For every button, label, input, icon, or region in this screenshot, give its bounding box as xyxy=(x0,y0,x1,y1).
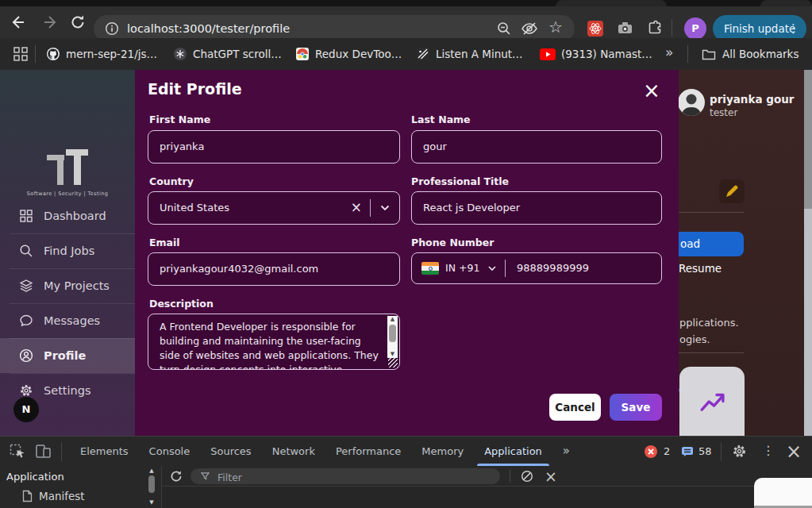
devtools-tabbar: Elements Console Sources Network Perform… xyxy=(0,436,812,466)
react-devtools-extension-icon[interactable] xyxy=(587,21,603,37)
toolbar-divider xyxy=(672,19,672,37)
chat-widget-avatar[interactable]: N xyxy=(13,397,39,422)
error-count: 2 xyxy=(664,445,670,457)
bookmark-item[interactable]: Redux DevToo… xyxy=(295,46,402,62)
browser-tab[interactable] xyxy=(556,0,667,6)
error-count-icon[interactable] xyxy=(645,445,657,458)
upload-resume-label: oad Resume xyxy=(679,237,722,275)
apps-grid-icon[interactable] xyxy=(13,46,29,62)
eye-hidden-icon[interactable] xyxy=(521,21,538,37)
save-button[interactable]: Save xyxy=(610,394,662,421)
devtools-divider xyxy=(61,442,62,461)
browser-tab[interactable] xyxy=(760,0,812,6)
devtools-left-panel: Application Manifest xyxy=(0,466,161,508)
site-info-icon[interactable] xyxy=(105,21,119,36)
device-toolbar-icon[interactable] xyxy=(35,444,52,459)
search-icon xyxy=(19,244,33,258)
resize-handle[interactable] xyxy=(388,358,398,368)
last-name-value: gour xyxy=(423,131,447,163)
tab-elements[interactable]: Elements xyxy=(70,437,139,466)
refresh-icon[interactable] xyxy=(68,13,87,32)
description-value: A Frontend Developer is responsible for … xyxy=(160,320,379,370)
select-divider xyxy=(370,199,371,217)
filter-field[interactable] xyxy=(190,468,500,484)
inspect-element-icon[interactable] xyxy=(10,444,25,459)
bookmark-star-icon[interactable]: ☆ xyxy=(548,17,563,37)
country-select[interactable]: United States × xyxy=(148,191,400,225)
sidebar-item-label: Dashboard xyxy=(44,210,106,222)
textarea-scrollbar[interactable]: ▲ ▼ xyxy=(387,316,398,358)
sidebar-item-messages[interactable]: Messages xyxy=(0,303,135,338)
scroll-down-icon[interactable]: ▼ xyxy=(387,351,398,358)
phone-country-code[interactable]: IN +91 xyxy=(445,253,479,283)
devtools-settings-gear-icon[interactable] xyxy=(732,444,747,459)
chatgpt-icon xyxy=(173,47,187,61)
page-scrollbar-thumb[interactable] xyxy=(804,70,812,209)
forward-icon[interactable] xyxy=(41,13,60,32)
bookmarks-bar: mern-sep-21/js… ChatGPT scroll… Redux De… xyxy=(0,38,812,70)
section-divider xyxy=(671,212,744,213)
professional-title-label: Professional Title xyxy=(411,175,509,187)
phone-input[interactable]: IN +91 98889989999 xyxy=(411,252,662,284)
devtools-panel-scrollbar[interactable]: ▲ ▼ xyxy=(147,468,156,506)
folder-icon xyxy=(702,48,716,60)
upload-resume-button[interactable]: oad Resume xyxy=(679,232,744,256)
country-clear-icon[interactable]: × xyxy=(351,199,362,215)
console-messages-icon[interactable] xyxy=(681,445,694,458)
gear-icon xyxy=(19,383,33,398)
tree-item-manifest[interactable]: Manifest xyxy=(22,490,85,502)
screenshot-extension-icon[interactable] xyxy=(617,20,633,37)
section-divider xyxy=(671,352,744,353)
bookmark-item[interactable]: Listen A Minut… xyxy=(416,46,523,62)
all-bookmarks-button[interactable]: All Bookmarks xyxy=(702,46,799,62)
scroll-up-icon[interactable]: ▲ xyxy=(147,468,156,475)
modal-close-icon[interactable]: × xyxy=(643,81,660,100)
page-scrollbar[interactable] xyxy=(804,70,812,436)
edit-profile-pencil-button[interactable] xyxy=(719,179,745,203)
bookmarks-overflow-chevron[interactable]: » xyxy=(665,44,673,60)
sidebar-item-dashboard[interactable]: Dashboard xyxy=(0,198,135,233)
more-tabs-chevron[interactable]: » xyxy=(552,437,580,466)
redux-devtools-icon xyxy=(295,47,310,61)
cancel-button[interactable]: Cancel xyxy=(549,394,601,421)
chart-trending-icon[interactable] xyxy=(700,391,727,413)
clear-icon[interactable]: × xyxy=(545,466,557,487)
app-logo xyxy=(45,149,90,186)
devtools-filter-toolbar: × xyxy=(162,466,812,487)
tab-network[interactable]: Network xyxy=(262,437,325,466)
back-icon[interactable] xyxy=(8,13,27,32)
scrollbar-thumb[interactable] xyxy=(389,325,396,342)
chevron-down-icon[interactable] xyxy=(488,266,496,271)
scrollbar-thumb[interactable] xyxy=(148,475,155,493)
extensions-puzzle-icon[interactable] xyxy=(647,20,663,36)
filter-input[interactable] xyxy=(216,468,481,486)
sidebar-item-my-projects[interactable]: My Projects xyxy=(0,268,135,303)
tab-memory[interactable]: Memory xyxy=(411,437,474,466)
tab-console[interactable]: Console xyxy=(139,437,201,466)
bookmark-item[interactable]: mern-sep-21/js… xyxy=(46,46,157,62)
professional-title-value: React js Developer xyxy=(423,192,520,224)
chevron-down-icon[interactable] xyxy=(380,205,390,211)
zoom-icon[interactable] xyxy=(497,21,511,36)
phone-label: Phone Number xyxy=(411,237,494,248)
devtools-kebab-menu-icon[interactable]: ⋮ xyxy=(762,443,775,458)
professional-title-input[interactable]: React js Developer xyxy=(411,191,662,225)
email-input[interactable]: priyankagour4032@gmail.com xyxy=(148,252,400,286)
sidebar-item-find-jobs[interactable]: Find Jobs xyxy=(0,233,135,268)
bookmark-item[interactable]: ChatGPT scroll… xyxy=(173,46,282,62)
bookmark-item[interactable]: (9313) Namast… xyxy=(540,46,652,62)
tab-performance[interactable]: Performance xyxy=(325,437,411,466)
tab-sources[interactable]: Sources xyxy=(200,437,261,466)
tab-application[interactable]: Application xyxy=(474,437,552,466)
scroll-up-icon[interactable]: ▲ xyxy=(387,316,398,323)
scroll-down-icon[interactable]: ▼ xyxy=(147,499,156,506)
block-clear-icon[interactable] xyxy=(521,470,533,483)
devtools-close-icon[interactable]: × xyxy=(786,441,802,463)
description-textarea[interactable]: A Frontend Developer is responsible for … xyxy=(148,314,400,370)
panel-refresh-icon[interactable] xyxy=(170,470,183,483)
browser-profile-avatar[interactable]: P xyxy=(684,17,706,40)
sidebar-item-profile[interactable]: Profile xyxy=(0,338,135,373)
first-name-input[interactable]: priyanka xyxy=(148,130,400,164)
phone-divider xyxy=(505,260,506,277)
last-name-input[interactable]: gour xyxy=(411,130,662,164)
